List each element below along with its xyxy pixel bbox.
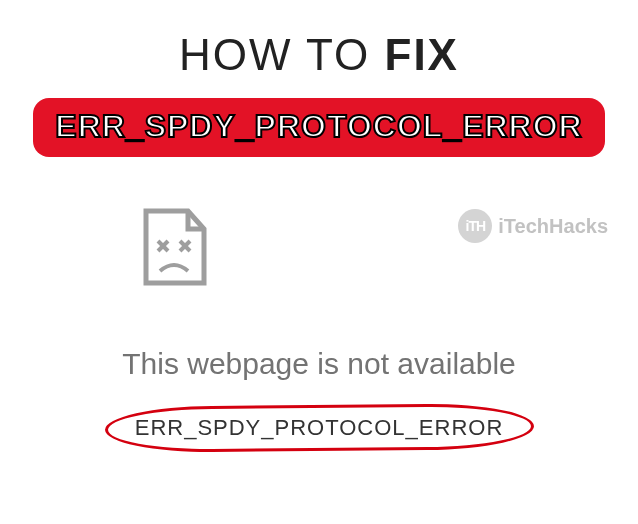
error-badge: ERR_SPDY_PROTOCOL_ERROR: [33, 98, 604, 157]
error-code-text: ERR_SPDY_PROTOCOL_ERROR: [135, 415, 504, 440]
error-code-annotation: ERR_SPDY_PROTOCOL_ERROR: [111, 409, 528, 447]
headline-part1: HOW TO: [179, 30, 385, 79]
watermark-logo-icon: iTH: [458, 209, 492, 243]
mid-row: iTH iTechHacks: [0, 207, 638, 317]
error-badge-label: ERR_SPDY_PROTOCOL_ERROR: [55, 108, 582, 144]
page-container: HOW TO FIX ERR_SPDY_PROTOCOL_ERROR iTH i…: [0, 0, 638, 524]
sad-page-icon: [140, 207, 212, 291]
error-message: This webpage is not available: [122, 347, 516, 381]
headline: HOW TO FIX: [179, 30, 459, 80]
headline-part2: FIX: [385, 30, 459, 79]
watermark-brand: iTechHacks: [498, 215, 608, 238]
watermark: iTH iTechHacks: [458, 209, 608, 243]
